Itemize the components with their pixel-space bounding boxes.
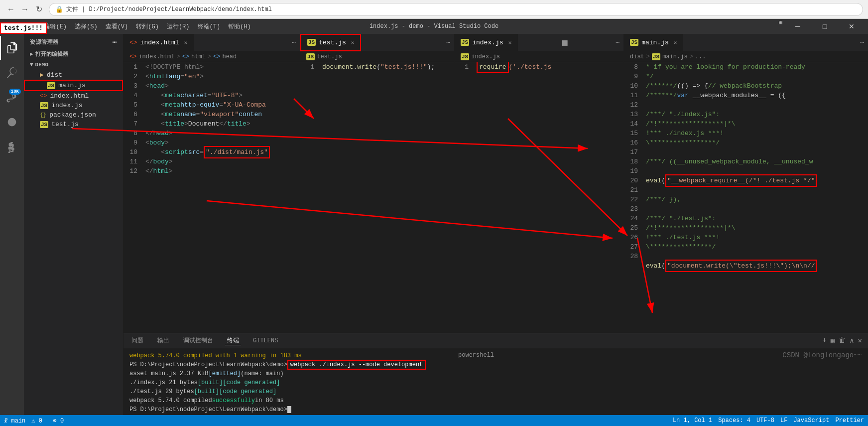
git-branch[interactable]: ☧ main: [4, 417, 25, 425]
refresh-button[interactable]: ↻: [33, 3, 45, 15]
close-terminal-icon[interactable]: ✕: [858, 336, 862, 345]
close-button[interactable]: ✕: [840, 19, 863, 34]
sidebar-item-label: index.js: [51, 102, 82, 109]
menu-help[interactable]: 帮助(H): [228, 22, 251, 31]
sidebar: 资源管理器 ⋯ ► 打开的编辑器 ▼ DEMO ▶ dist JS main.j…: [24, 34, 124, 415]
demo-folder-section[interactable]: ▼ DEMO: [24, 60, 123, 70]
tab-label: index.js: [472, 39, 503, 46]
tab-testjs[interactable]: JS test.js ✕: [300, 34, 361, 51]
tab-close-icon[interactable]: ✕: [184, 39, 188, 46]
minimize-button[interactable]: ─: [786, 19, 809, 34]
tab-issues[interactable]: 问题: [129, 336, 145, 345]
menu-select[interactable]: 选择(S): [75, 22, 98, 31]
sidebar-item-label: test.js: [51, 121, 79, 128]
term-indexjs: ./index.js 21 bytes: [129, 379, 198, 386]
title-bar-controls: ⊞ ─ □ ✕: [779, 19, 863, 34]
panel3-more-icon[interactable]: ⋯: [612, 38, 623, 46]
activity-extensions[interactable]: [0, 136, 24, 159]
panel2-code-content: document.write("test.js!!!");: [320, 62, 454, 333]
editor-top-area: <> index.html ✕ ⋯ <> index.html > <> htm…: [124, 34, 868, 333]
js-tab-icon: JS: [307, 39, 316, 46]
html-file-icon: <>: [40, 93, 47, 100]
scm-badge: 10K: [9, 89, 21, 95]
sidebar-item-mainjs[interactable]: JS main.js: [24, 80, 123, 91]
panel2-code[interactable]: 1 document.write("test.js!!!");: [300, 62, 454, 333]
tab-close-icon2[interactable]: ✕: [351, 39, 355, 46]
editor-panel-3: JS index.js ✕ ▦ ⋯ JS index.js 1: [455, 34, 624, 333]
panel4-code[interactable]: 89101112 1314151617 1819202122 232425262…: [624, 62, 868, 333]
tab-gitlens[interactable]: GITLENS: [251, 337, 280, 344]
terminal-tabs: 问题 输出 调试控制台 终端 GITLENS + ▦ 🗑 ∧ ✕: [124, 333, 868, 348]
panel4-breadcrumb: dist > JS main.js > ...: [624, 51, 868, 62]
tab-close-icon4[interactable]: ✕: [674, 39, 677, 46]
panel3-line-numbers: 1: [455, 62, 475, 333]
panel1-more-icon[interactable]: ⋯: [288, 38, 300, 46]
panel1-code-content: <!DOCTYPE html> <html lang="en"> <head> …: [143, 62, 300, 333]
terminal-area: 问题 输出 调试控制台 终端 GITLENS + ▦ 🗑 ∧ ✕ web: [124, 333, 868, 415]
maximize-button[interactable]: □: [813, 19, 836, 34]
open-editors-section[interactable]: ► 打开的编辑器: [24, 48, 123, 60]
sidebar-item-dist[interactable]: ▶ dist: [24, 70, 123, 80]
chevron-up-icon[interactable]: ∧: [850, 336, 854, 345]
sidebar-item-label: dist: [47, 71, 62, 79]
sidebar-more-icon[interactable]: ⋯: [113, 38, 117, 46]
browser-nav-buttons: ← → ↻: [5, 3, 45, 15]
panel1-code[interactable]: 1234 5678 9101112 <!DOCTYPE html> <html …: [124, 62, 300, 333]
tab-debug[interactable]: 调试控制台: [181, 336, 215, 345]
menu-edit[interactable]: 编辑(E): [44, 22, 67, 31]
menu-run[interactable]: 运行(R): [167, 22, 190, 31]
status-encoding[interactable]: UTF-8: [756, 417, 774, 424]
term-watermark: CSDN @longlongago~~: [498, 351, 862, 359]
bc-sep1: >: [646, 53, 650, 60]
panel1-breadcrumb: <> index.html > <> html > <> head: [124, 51, 300, 62]
term-built2: [built]: [194, 388, 219, 395]
status-ln-col[interactable]: Ln 1, Col 1: [673, 417, 712, 424]
panel4-more-icon[interactable]: ⋯: [856, 38, 868, 46]
activity-scm[interactable]: 10K: [0, 86, 24, 110]
add-terminal-icon[interactable]: +: [822, 336, 826, 345]
menu-terminal[interactable]: 终端(T): [198, 22, 221, 31]
forward-button[interactable]: →: [19, 3, 31, 15]
term-line-7: PS D:\Project\nodeProject\LearnWebpack\d…: [129, 405, 862, 414]
activity-debug[interactable]: [0, 111, 24, 135]
tab-output[interactable]: 输出: [155, 336, 171, 345]
status-spaces[interactable]: Spaces: 4: [718, 417, 750, 424]
breadcrumb-testjs: test.js: [317, 53, 342, 60]
panel2-more-icon[interactable]: ⋯: [442, 38, 454, 46]
split-terminal-icon[interactable]: ▦: [831, 336, 835, 345]
chevron-right-icon: ►: [30, 51, 33, 57]
menu-view[interactable]: 查看(V): [106, 22, 128, 31]
js-file-icon2: JS: [40, 102, 48, 109]
bc-sep2: >: [690, 53, 693, 60]
back-button[interactable]: ←: [5, 3, 17, 15]
tab-mainjs[interactable]: JS main.js ✕: [624, 34, 683, 51]
panel3-split-icon[interactable]: ▦: [558, 37, 572, 48]
sidebar-item-packagejson[interactable]: {} package.json: [24, 110, 123, 120]
tab-close-icon3[interactable]: ✕: [508, 39, 512, 46]
folder-icon: ▶: [40, 71, 44, 79]
terminal-trash-icon[interactable]: 🗑: [839, 336, 846, 345]
head-tag-icon: <>: [213, 53, 220, 60]
status-eol[interactable]: LF: [780, 417, 787, 424]
sidebar-item-indexhtml[interactable]: <> index.html: [24, 91, 123, 101]
sidebar-item-indexjs[interactable]: JS index.js: [24, 101, 123, 110]
tab-indexhtml[interactable]: <> index.html ✕: [124, 34, 194, 51]
sidebar-item-label: package.json: [49, 111, 96, 119]
activity-explorer[interactable]: [0, 36, 24, 60]
url-bar[interactable]: 🔒 文件 | D:/Project/nodeProject/LearnWebpa…: [49, 3, 863, 16]
term-codegen1: [code generated]: [223, 379, 280, 386]
panel3-code[interactable]: 1 require('./test.js: [455, 62, 623, 333]
activity-search[interactable]: [0, 61, 24, 85]
status-lang[interactable]: JavaScript: [793, 417, 829, 424]
sidebar-item-testjs[interactable]: JS test.js: [24, 120, 123, 129]
tab-label: main.js: [641, 39, 669, 46]
sidebar-item-label: main.js: [58, 82, 86, 89]
terminal-content[interactable]: webpack 5.74.0 compiled with 1 warning i…: [124, 348, 868, 415]
error-count[interactable]: ⚠ 0 ⊗ 0: [31, 417, 64, 425]
editor-panel-4: JS main.js ✕ ⋯ dist > JS main.js > ...: [624, 34, 868, 333]
terminal-label: powershell CSDN @longlongago~~: [458, 351, 862, 359]
menu-goto[interactable]: 转到(G): [136, 22, 159, 31]
status-formatter[interactable]: Prettier: [835, 417, 864, 424]
tab-terminal[interactable]: 终端: [225, 336, 241, 345]
tab-indexjs[interactable]: JS index.js ✕: [455, 34, 518, 51]
